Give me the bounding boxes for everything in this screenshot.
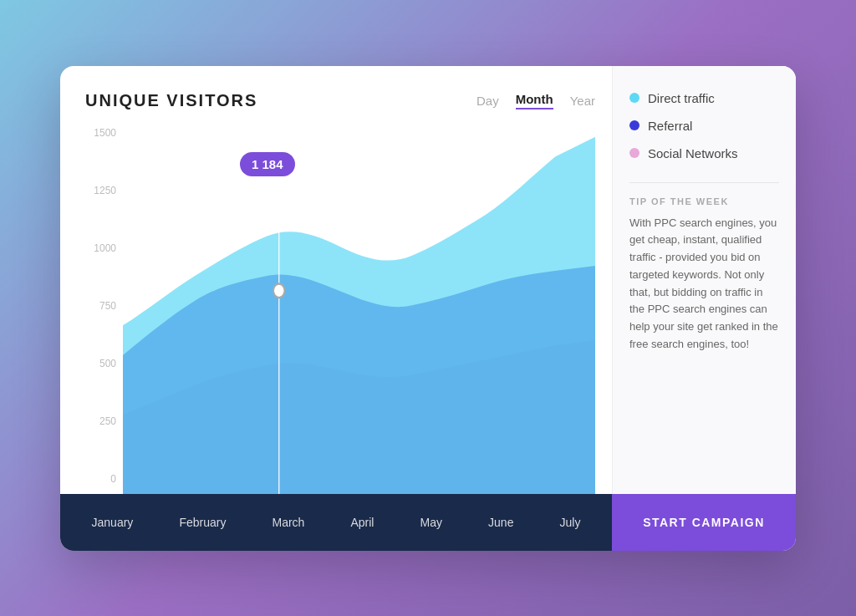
tip-text: With PPC search engines, you get cheap, … bbox=[629, 215, 779, 354]
month-mar: March bbox=[273, 516, 305, 529]
month-may: May bbox=[420, 516, 442, 529]
chart-section: UNIQUE VISITORS Day Month Year 1500 1250… bbox=[60, 66, 612, 494]
legend-label-social: Social Networks bbox=[648, 146, 738, 160]
time-filters: Day Month Year bbox=[476, 92, 595, 109]
filter-day[interactable]: Day bbox=[476, 94, 499, 108]
direct-area bbox=[123, 136, 595, 493]
y-label-1500: 1500 bbox=[85, 127, 123, 139]
card-body: UNIQUE VISITORS Day Month Year 1500 1250… bbox=[60, 66, 796, 494]
month-feb: February bbox=[179, 516, 226, 529]
y-label-1250: 1250 bbox=[85, 185, 123, 196]
legend-dot-social bbox=[629, 148, 639, 158]
sidebar: Direct traffic Referral Social Networks … bbox=[612, 66, 796, 494]
legend-social: Social Networks bbox=[629, 146, 779, 160]
tooltip-bubble: 1 184 bbox=[240, 152, 295, 176]
month-jan: January bbox=[92, 516, 134, 529]
start-campaign-button[interactable]: START CAMPAIGN bbox=[612, 494, 796, 551]
filter-year[interactable]: Year bbox=[570, 94, 595, 108]
y-label-0: 0 bbox=[85, 473, 123, 485]
chart-header: UNIQUE VISITORS Day Month Year bbox=[85, 91, 595, 110]
y-label-250: 250 bbox=[85, 415, 123, 427]
tip-section: TIP OF THE WEEK With PPC search engines,… bbox=[629, 182, 779, 354]
chart-canvas: 1 184 bbox=[123, 127, 595, 494]
tooltip-dot-svg bbox=[273, 283, 284, 298]
filter-month[interactable]: Month bbox=[516, 92, 553, 109]
y-axis: 1500 1250 1000 750 500 250 0 bbox=[85, 127, 123, 494]
legend-label-direct: Direct traffic bbox=[648, 91, 715, 105]
legend-dot-referral bbox=[629, 120, 639, 130]
analytics-card: UNIQUE VISITORS Day Month Year 1500 1250… bbox=[60, 66, 796, 551]
month-jul: July bbox=[559, 516, 580, 529]
legend-dot-direct bbox=[629, 93, 639, 103]
card-footer: January February March April May June Ju… bbox=[60, 494, 796, 551]
legend-label-referral: Referral bbox=[648, 119, 692, 133]
y-label-1000: 1000 bbox=[85, 242, 123, 254]
month-apr: April bbox=[350, 516, 374, 529]
area-chart bbox=[123, 127, 595, 494]
chart-title: UNIQUE VISITORS bbox=[85, 91, 257, 110]
legend-direct: Direct traffic bbox=[629, 91, 779, 105]
months-bar: January February March April May June Ju… bbox=[60, 494, 612, 551]
chart-area: 1500 1250 1000 750 500 250 0 bbox=[85, 127, 595, 494]
month-jun: June bbox=[488, 516, 513, 529]
y-label-500: 500 bbox=[85, 358, 123, 369]
y-label-750: 750 bbox=[85, 300, 123, 312]
legend-referral: Referral bbox=[629, 119, 779, 133]
tip-title: TIP OF THE WEEK bbox=[629, 196, 779, 206]
